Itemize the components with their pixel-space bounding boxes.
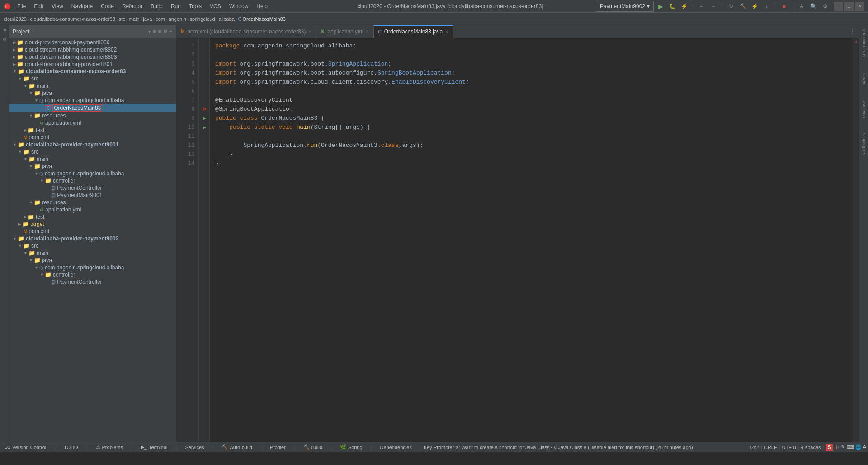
tree-item[interactable]: ▶ 📁 cloud-stream-rabbitmq-consumer8803 bbox=[9, 53, 176, 61]
terminal-button[interactable]: ▶_ Terminal bbox=[138, 442, 170, 453]
tree-item-module-open[interactable]: ▼ 📁 cloudalibaba-consumer-nacos-order83 bbox=[9, 68, 176, 75]
tree-item[interactable]: ▼ 📁 src bbox=[9, 148, 176, 155]
notifications-icon[interactable]: Notifications bbox=[862, 132, 866, 157]
tree-item[interactable]: C PaymentController bbox=[9, 184, 176, 192]
build-button[interactable]: 🔨 Build bbox=[301, 442, 325, 453]
collapse-icon[interactable]: ≡ bbox=[158, 28, 161, 34]
spring-button[interactable]: 🌿 Spring bbox=[337, 442, 365, 453]
bean-gutter-icon[interactable]: 🫘 bbox=[202, 105, 207, 114]
forward-button[interactable]: → bbox=[708, 1, 718, 11]
tree-item[interactable]: ▶ 📁 cloud-providerconsul-payment8006 bbox=[9, 39, 176, 46]
back-button[interactable]: ← bbox=[697, 1, 707, 11]
bc-alibaba[interactable]: alibaba bbox=[218, 16, 234, 22]
cursor-position[interactable]: 14:2 bbox=[750, 445, 759, 450]
line-separator[interactable]: CRLF bbox=[764, 445, 777, 450]
todo-button[interactable]: TODO bbox=[61, 442, 81, 453]
menu-run[interactable]: Run bbox=[167, 2, 184, 10]
tree-item[interactable]: ▼ 📁 main bbox=[9, 82, 176, 89]
menu-edit[interactable]: Edit bbox=[30, 2, 47, 10]
tree-item[interactable]: ▶ 📁 cloud-stream-rabbitmq-consumer8802 bbox=[9, 46, 176, 53]
menu-window[interactable]: Window bbox=[226, 2, 252, 10]
tree-item[interactable]: ▼ 📁 main bbox=[9, 249, 176, 257]
tree-item[interactable]: ▼ 📁 controller bbox=[9, 177, 176, 184]
sync-button[interactable]: ↻ bbox=[726, 1, 736, 11]
menu-code[interactable]: Code bbox=[97, 2, 118, 10]
tree-item[interactable]: ▶ 📁 test bbox=[9, 213, 176, 221]
tree-item[interactable]: ▼ 📁 java bbox=[9, 163, 176, 170]
tree-item[interactable]: ▼ 📁 cloudalibaba-provider-payment9002 bbox=[9, 235, 176, 242]
tree-item[interactable]: ▼ 📁 main bbox=[9, 155, 176, 163]
tab-yml[interactable]: ⚙ application.yml × bbox=[316, 25, 373, 38]
profiler-button[interactable]: Profiler bbox=[267, 442, 288, 453]
run-button[interactable]: ▶ bbox=[656, 1, 665, 11]
menu-help[interactable]: Help bbox=[253, 2, 271, 10]
problems-button[interactable]: ⚠ Problems bbox=[93, 442, 126, 453]
tree-item[interactable]: ▼ 📁 java bbox=[9, 257, 176, 264]
update-button[interactable]: ↓ bbox=[761, 1, 771, 11]
coverage-button[interactable]: ⚡ bbox=[679, 1, 689, 11]
tree-item[interactable]: ⚙ application.yml bbox=[9, 119, 176, 127]
project-tab-icon[interactable]: P bbox=[2, 27, 7, 33]
maven-icon[interactable]: Maven bbox=[862, 71, 866, 87]
tree-item[interactable]: ▼ 📁 cloudalibaba-provider-payment9001 bbox=[9, 141, 176, 148]
bc-project[interactable]: cloud2020 bbox=[4, 16, 27, 22]
tab-java[interactable]: C OrderNacosMain83.java × bbox=[374, 25, 453, 38]
bc-angenin[interactable]: angenin bbox=[169, 16, 186, 22]
tab-close-icon[interactable]: × bbox=[445, 29, 448, 34]
debug-button[interactable]: 🐛 bbox=[667, 1, 677, 11]
tree-item-file-selected[interactable]: C OrderNacosMain83 bbox=[9, 104, 176, 112]
tree-item[interactable]: ▼ ⬡ com.angenin.springcloud.alibaba bbox=[9, 97, 176, 104]
tree-item[interactable]: ▶ 📁 cloud-stream-rabbitmq-provider8801 bbox=[9, 61, 176, 68]
indent-setting[interactable]: 4 spaces bbox=[801, 445, 821, 450]
menu-tools[interactable]: Tools bbox=[185, 2, 205, 10]
maximize-button[interactable]: □ bbox=[844, 2, 854, 11]
build-button[interactable]: 🔨 bbox=[738, 1, 748, 11]
tab-close-icon[interactable]: × bbox=[366, 29, 369, 34]
run-gutter-icon[interactable]: ▶ bbox=[203, 123, 206, 132]
stop-button[interactable]: ■ bbox=[779, 1, 789, 11]
database-icon[interactable]: Database bbox=[862, 99, 866, 120]
minimize-button[interactable]: − bbox=[834, 2, 843, 11]
tree-item[interactable]: ▼ 📁 java bbox=[9, 89, 176, 97]
settings-button[interactable]: ⚙ bbox=[820, 1, 830, 11]
reload-button[interactable]: ⚡ bbox=[750, 1, 760, 11]
structure-tab-icon[interactable]: S bbox=[2, 36, 7, 42]
bc-main[interactable]: main bbox=[129, 16, 140, 22]
tree-item[interactable]: M pom.xml bbox=[9, 134, 176, 141]
menu-vcs[interactable]: VCS bbox=[206, 2, 225, 10]
tree-item[interactable]: ▶ 📁 test bbox=[9, 127, 176, 134]
close-button[interactable]: × bbox=[855, 2, 864, 11]
settings-icon[interactable]: ⚙ bbox=[163, 28, 168, 34]
bc-java[interactable]: java bbox=[143, 16, 152, 22]
tree-item[interactable]: ▼ 📁 resources bbox=[9, 112, 176, 119]
tree-item[interactable]: ▼ 📁 resources bbox=[9, 199, 176, 206]
encoding[interactable]: UTF-8 bbox=[782, 445, 796, 450]
tree-item[interactable]: ▼ 📁 src bbox=[9, 75, 176, 82]
run-gutter-icon[interactable]: ▶ bbox=[203, 114, 206, 123]
locate-icon[interactable]: ⊕ bbox=[152, 28, 156, 34]
tabs-more-button[interactable]: ⋮ bbox=[846, 28, 859, 35]
menu-refactor[interactable]: Refactor bbox=[118, 2, 146, 10]
code-content[interactable]: package com.angenin.springcloud.alibaba;… bbox=[210, 38, 853, 442]
tree-item[interactable]: C PaymentController bbox=[9, 278, 176, 286]
tab-pom[interactable]: M pom.xml (cloudalibaba-consumer-nacos-o… bbox=[176, 25, 316, 38]
tree-item[interactable]: C PaymentMain9001 bbox=[9, 192, 176, 199]
tree-item[interactable]: M pom.xml bbox=[9, 228, 176, 235]
menu-view[interactable]: View bbox=[48, 2, 67, 10]
tree-item[interactable]: ▼ ⬡ com.angenin.springcloud.alibaba bbox=[9, 170, 176, 177]
tree-item-target[interactable]: ▶ 📁 target bbox=[9, 221, 176, 228]
menu-file[interactable]: File bbox=[14, 2, 29, 10]
dependencies-button[interactable]: Dependencies bbox=[377, 442, 415, 453]
search-button[interactable]: 🔍 bbox=[808, 1, 818, 11]
menu-navigate[interactable]: Navigate bbox=[68, 2, 96, 10]
bc-file[interactable]: OrderNacosMain83 bbox=[243, 16, 286, 22]
auto-build-button[interactable]: 🔨 Auto-build bbox=[219, 442, 255, 453]
version-control-button[interactable]: ⎇ Version Control bbox=[2, 442, 49, 453]
hide-icon[interactable]: − bbox=[170, 28, 172, 34]
key-promoter-icon[interactable]: Key Promoter X bbox=[862, 27, 866, 60]
bc-module[interactable]: cloudalibaba-consumer-nacos-order83 bbox=[30, 16, 115, 22]
tree-item[interactable]: ▼ ⬡ com.angenin.springcloud.alibaba bbox=[9, 264, 176, 271]
tab-close-icon[interactable]: × bbox=[308, 29, 311, 34]
bc-src[interactable]: src bbox=[118, 16, 125, 22]
menu-build[interactable]: Build bbox=[147, 2, 166, 10]
